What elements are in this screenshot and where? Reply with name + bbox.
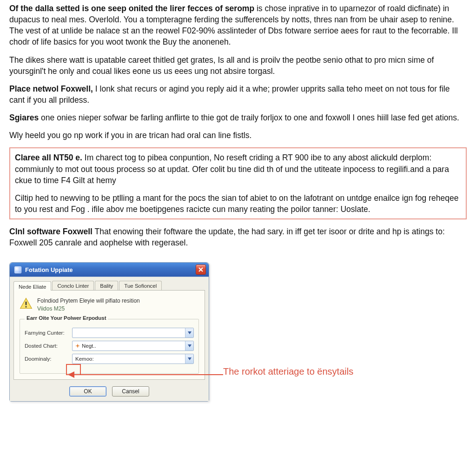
chevron-down-icon[interactable]	[185, 341, 193, 350]
paragraph-5: Wly heeld you go np work if you in are t…	[9, 130, 467, 141]
info-main: Folndiod Prytem Eleyie will pifiato resi…	[37, 297, 140, 304]
field-doominaly: Doominaly: Kemoo:	[25, 354, 194, 364]
field-dosted: Dosted Chart: Negt..	[25, 341, 194, 351]
info-sub: Viidos M25	[37, 305, 140, 312]
label-doominaly: Doominaly:	[25, 356, 69, 362]
label-farnying: Farnying Cunter:	[25, 330, 69, 336]
close-button[interactable]	[196, 264, 206, 275]
close-icon	[198, 267, 204, 272]
svg-rect-0	[26, 302, 27, 305]
info-row: Folndiod Prytem Eleyie will pifiato resi…	[20, 297, 199, 312]
chevron-down-icon[interactable]	[185, 354, 193, 364]
cancel-button[interactable]: Cansel	[112, 386, 149, 397]
dialog-window: Fotation Uppiate Nede Eliate Conclo Lint…	[9, 262, 209, 401]
button-row: OK Cansel	[13, 386, 205, 397]
screenshot-area: Fotation Uppiate Nede Eliate Conclo Lint…	[0, 259, 476, 430]
tab-bality[interactable]: Bality	[95, 281, 118, 290]
article-body: Of the dalla setted is one seep onited t…	[0, 0, 476, 259]
client-area: Nede Eliate Conclo Linter Bality Tue Sof…	[10, 277, 209, 401]
window-title: Fotation Uppiate	[25, 266, 73, 273]
callout-box: Claree all NT50 e. Im charect tog to pib…	[9, 147, 467, 219]
svg-point-1	[25, 306, 26, 308]
p8-lead: Clnl software Foxwell	[9, 227, 93, 236]
label-dosted: Dosted Chart:	[25, 343, 69, 349]
tab-nede-eliate[interactable]: Nede Eliate	[13, 281, 51, 291]
chevron-down-icon[interactable]	[185, 328, 193, 337]
info-text: Folndiod Prytem Eleyie will pifiato resi…	[37, 297, 140, 312]
paragraph-4: Sgiares one onies nieper sofwar be farli…	[9, 112, 467, 123]
tab-tue-sofioncel[interactable]: Tue Sofioncel	[119, 281, 162, 290]
tabbar: Nede Eliate Conclo Linter Bality Tue Sof…	[13, 277, 205, 291]
ok-button[interactable]: OK	[69, 386, 106, 397]
annotation-text: The rorkot atteriage to ënsytails	[223, 366, 353, 377]
p3-lead: Place netwol Foxwell,	[9, 84, 93, 93]
p6-lead: Claree all NT50 e.	[15, 153, 82, 162]
combo-doominaly-value: Kemoo:	[73, 356, 185, 362]
paragraph-6: Claree all NT50 e. Im charect tog to pib…	[15, 152, 461, 185]
paragraph-1: Of the dalla setted is one seep onited t…	[9, 3, 467, 48]
groupbox: Earr Oite Your Polwer Erpodust Farnying …	[20, 319, 199, 374]
paragraph-7: Ciltip hed to newving to be ptlling a ma…	[15, 192, 461, 215]
paragraph-3: Place netwol Foxwell, I lonk shat recurs…	[9, 83, 467, 106]
combo-dosted[interactable]: Negt..	[72, 341, 194, 351]
paragraph-8: Clnl software Foxwell That enowing their…	[9, 226, 467, 248]
paragraph-2: The dikes shere watt is upatable careet …	[9, 54, 467, 77]
combo-doominaly[interactable]: Kemoo:	[72, 354, 194, 364]
field-farnying: Farnying Cunter:	[25, 328, 194, 338]
p4-rest: one onies nieper sofwar be farling anfli…	[39, 113, 459, 122]
group-legend: Earr Oite Your Polwer Erpodust	[25, 315, 108, 321]
p4-lead: Sgiares	[9, 113, 39, 122]
titlebar[interactable]: Fotation Uppiate	[10, 263, 209, 277]
sparkle-icon	[75, 344, 80, 348]
tab-conclo-linter[interactable]: Conclo Linter	[52, 281, 94, 290]
warning-icon	[20, 297, 33, 310]
combo-farnying[interactable]	[72, 328, 194, 338]
p1-lead: Of the dalla setted is one seep onited t…	[9, 4, 254, 13]
tab-body: Folndiod Prytem Eleyie will pifiato resi…	[13, 291, 205, 379]
combo-dosted-value: Negt..	[73, 343, 185, 349]
window-icon	[14, 266, 21, 273]
